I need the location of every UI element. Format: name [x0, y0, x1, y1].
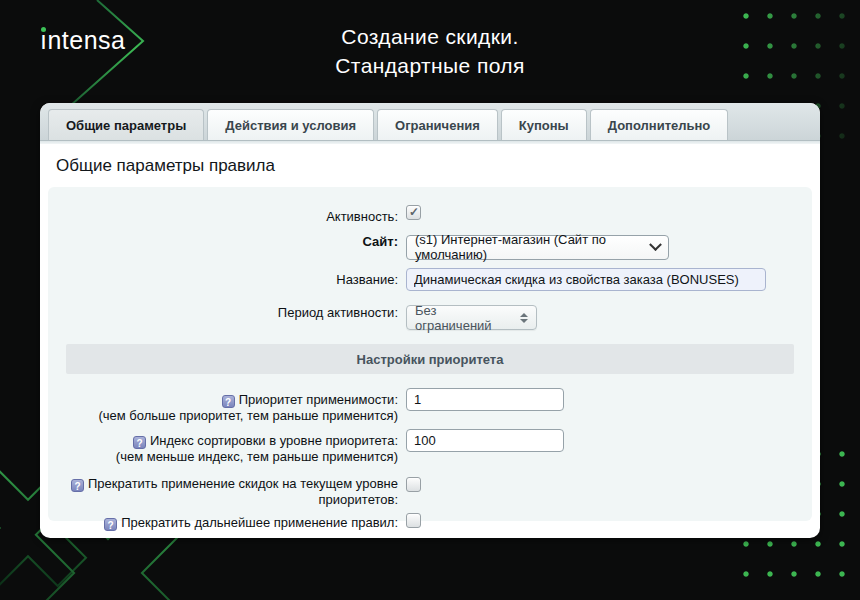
period-label: Период активности: — [48, 301, 406, 331]
help-icon[interactable]: ? — [71, 479, 84, 492]
help-icon[interactable]: ? — [133, 436, 146, 449]
site-select[interactable]: (s1) Интернет-магазин (Сайт по умолчанию… — [406, 235, 669, 260]
settings-panel: Общие параметры Действия и условия Огран… — [40, 103, 820, 538]
sort-index-label-text: Индекс сортировки в уровне приоритета: — [150, 433, 398, 448]
site-row: Сайт: (s1) Интернет-магазин (Сайт по умо… — [48, 230, 812, 260]
name-label: Название: — [48, 268, 406, 291]
priority-input[interactable] — [406, 388, 564, 411]
name-input[interactable] — [406, 268, 766, 291]
page-title-line2: Стандартные поля — [0, 51, 860, 80]
sort-index-hint: (чем меньше индекс, тем раньше применитс… — [48, 449, 398, 464]
site-select-value: (s1) Интернет-магазин (Сайт по умолчанию… — [415, 232, 643, 262]
stop-level-checkbox[interactable] — [406, 477, 421, 492]
up-down-spinner-icon — [520, 313, 528, 323]
period-select[interactable]: Без ограничений — [406, 305, 537, 330]
help-icon[interactable]: ? — [104, 518, 117, 531]
stop-level-label: ?Прекратить применение скидок на текущем… — [48, 472, 406, 507]
name-row: Название: — [48, 268, 812, 291]
page-title-line1: Создание скидки. — [0, 22, 860, 51]
sort-index-label: ?Индекс сортировки в уровне приоритета: … — [48, 429, 406, 464]
help-icon[interactable]: ? — [222, 395, 235, 408]
stop-rules-row: ?Прекратить дальнейшее применение правил… — [48, 511, 812, 532]
priority-row: ?Приоритет применимости: (чем больше при… — [48, 388, 812, 423]
form-body: Активность: Сайт: (s1) Интернет-магазин … — [48, 187, 812, 521]
sort-index-row: ?Индекс сортировки в уровне приоритета: … — [48, 429, 812, 464]
priority-hint: (чем больше приоритет, тем раньше примен… — [48, 408, 398, 423]
stop-rules-label: ?Прекратить дальнейшее применение правил… — [48, 511, 406, 532]
tab-actions-conditions[interactable]: Действия и условия — [207, 109, 374, 140]
activity-label: Активность: — [48, 205, 406, 224]
chevron-down-icon — [649, 238, 662, 251]
stop-rules-checkbox[interactable] — [406, 513, 421, 528]
stop-level-label-text: Прекратить применение скидок на текущем … — [88, 476, 398, 507]
priority-label: ?Приоритет применимости: (чем больше при… — [48, 388, 406, 423]
activity-row: Активность: — [48, 205, 812, 224]
period-select-value: Без ограничений — [415, 303, 512, 333]
tab-general-parameters[interactable]: Общие параметры — [48, 109, 204, 140]
stop-level-row: ?Прекратить применение скидок на текущем… — [48, 472, 812, 507]
tab-coupons[interactable]: Купоны — [501, 109, 587, 140]
tab-bar: Общие параметры Действия и условия Огран… — [40, 103, 820, 141]
sort-index-input[interactable] — [406, 429, 564, 452]
tab-restrictions[interactable]: Ограничения — [377, 109, 498, 140]
site-label: Сайт: — [48, 230, 406, 260]
priority-settings-header: Настройки приоритета — [66, 344, 794, 374]
priority-label-text: Приоритет применимости: — [239, 392, 398, 407]
page-title: Создание скидки. Стандартные поля — [0, 22, 860, 80]
period-row: Период активности: Без ограничений — [48, 301, 812, 331]
form-section-title: Общие параметры правила — [40, 144, 820, 187]
activity-checkbox[interactable] — [406, 205, 421, 220]
stop-rules-label-text: Прекратить дальнейшее применение правил: — [121, 515, 398, 530]
tab-additional[interactable]: Дополнительно — [590, 109, 729, 140]
